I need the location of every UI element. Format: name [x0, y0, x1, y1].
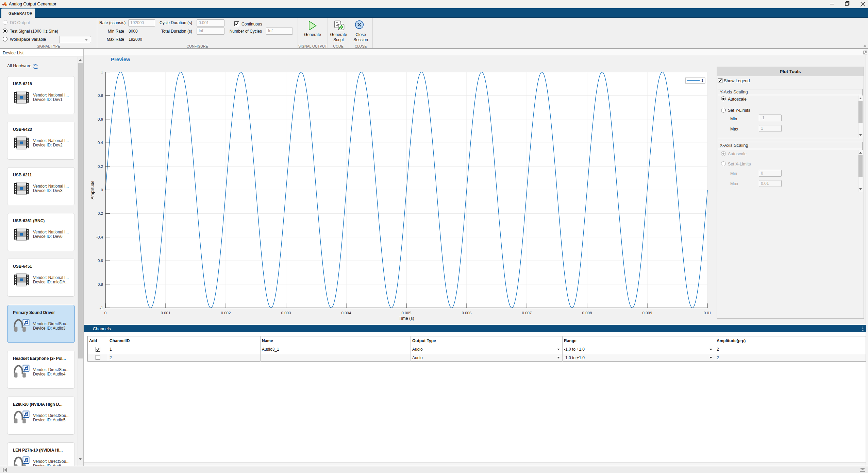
svg-text:0: 0 [104, 311, 106, 315]
svg-text:0.004: 0.004 [341, 311, 351, 315]
svg-text:Amplitude: Amplitude [90, 180, 95, 199]
svg-text:0.4: 0.4 [98, 141, 103, 145]
svg-text:1: 1 [101, 70, 103, 74]
svg-text:-0.2: -0.2 [96, 211, 103, 215]
svg-text:-0.8: -0.8 [96, 282, 103, 286]
svg-text:0.005: 0.005 [402, 311, 412, 315]
svg-text:0.6: 0.6 [98, 117, 103, 121]
svg-text:0: 0 [101, 188, 103, 192]
svg-text:1: 1 [701, 78, 703, 83]
svg-text:0.009: 0.009 [642, 311, 652, 315]
svg-text:0.008: 0.008 [582, 311, 592, 315]
svg-text:0.01: 0.01 [704, 311, 711, 315]
svg-text:0.006: 0.006 [462, 311, 472, 315]
svg-text:Time (s): Time (s) [399, 316, 414, 321]
svg-text:-1: -1 [100, 306, 103, 310]
svg-text:-0.6: -0.6 [96, 259, 103, 263]
svg-text:0.2: 0.2 [98, 164, 103, 169]
svg-text:-0.4: -0.4 [96, 235, 103, 239]
svg-text:0.002: 0.002 [221, 311, 231, 315]
svg-text:0.003: 0.003 [281, 311, 291, 315]
svg-text:0.8: 0.8 [98, 93, 103, 98]
svg-text:0.001: 0.001 [161, 311, 171, 315]
svg-text:0.007: 0.007 [522, 311, 532, 315]
